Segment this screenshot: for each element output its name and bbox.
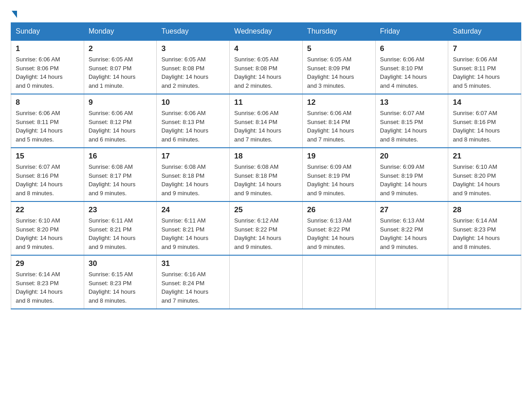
day-cell-2: 2 Sunrise: 6:05 AM Sunset: 8:07 PM Dayli… bbox=[84, 40, 157, 94]
daylight-label: Daylight: 14 hours bbox=[307, 73, 354, 80]
day-of-week-sunday: Sunday bbox=[11, 23, 84, 41]
day-number: 11 bbox=[234, 98, 298, 107]
day-cell-6: 6 Sunrise: 6:06 AM Sunset: 8:10 PM Dayli… bbox=[375, 40, 448, 94]
day-number: 27 bbox=[380, 206, 444, 214]
sunset-label: Sunset: 8:22 PM bbox=[380, 226, 423, 233]
daylight-label: Daylight: 14 hours bbox=[307, 181, 354, 188]
daylight-minutes: and 9 minutes. bbox=[16, 244, 54, 250]
day-of-week-wednesday: Wednesday bbox=[230, 23, 303, 41]
daylight-minutes: and 3 minutes. bbox=[307, 82, 345, 89]
sunset-label: Sunset: 8:09 PM bbox=[307, 65, 350, 72]
daylight-label: Daylight: 14 hours bbox=[161, 235, 208, 241]
daylight-minutes: and 2 minutes. bbox=[234, 82, 272, 89]
sunrise-label: Sunrise: 6:10 AM bbox=[453, 163, 497, 170]
sunrise-label: Sunrise: 6:08 AM bbox=[89, 163, 133, 170]
daylight-minutes: and 2 minutes. bbox=[161, 82, 199, 89]
sunrise-label: Sunrise: 6:13 AM bbox=[307, 217, 352, 224]
daylight-minutes: and 8 minutes. bbox=[453, 244, 491, 250]
day-cell-29: 29 Sunrise: 6:14 AM Sunset: 8:23 PM Dayl… bbox=[11, 255, 84, 309]
daylight-label: Daylight: 14 hours bbox=[16, 73, 63, 80]
sunrise-label: Sunrise: 6:13 AM bbox=[380, 217, 425, 224]
week-row-3: 15 Sunrise: 6:07 AM Sunset: 8:16 PM Dayl… bbox=[11, 148, 521, 201]
day-info: Sunrise: 6:06 AM Sunset: 8:11 PM Dayligh… bbox=[16, 109, 79, 144]
daylight-label: Daylight: 14 hours bbox=[380, 235, 427, 241]
day-info: Sunrise: 6:15 AM Sunset: 8:23 PM Dayligh… bbox=[89, 270, 152, 305]
day-number: 13 bbox=[380, 98, 444, 107]
day-number: 8 bbox=[16, 98, 79, 107]
day-info: Sunrise: 6:14 AM Sunset: 8:23 PM Dayligh… bbox=[16, 270, 79, 305]
day-number: 20 bbox=[380, 152, 444, 161]
sunrise-label: Sunrise: 6:15 AM bbox=[89, 271, 133, 278]
empty-cell bbox=[375, 255, 448, 309]
day-info: Sunrise: 6:10 AM Sunset: 8:20 PM Dayligh… bbox=[16, 216, 79, 251]
daylight-minutes: and 9 minutes. bbox=[380, 244, 418, 250]
daylight-label: Daylight: 14 hours bbox=[161, 288, 208, 295]
empty-cell bbox=[230, 255, 303, 309]
daylight-label: Daylight: 14 hours bbox=[380, 73, 427, 80]
daylight-minutes: and 6 minutes. bbox=[161, 136, 199, 143]
day-info: Sunrise: 6:06 AM Sunset: 8:06 PM Dayligh… bbox=[16, 55, 79, 90]
day-info: Sunrise: 6:13 AM Sunset: 8:22 PM Dayligh… bbox=[380, 216, 444, 251]
sunset-label: Sunset: 8:19 PM bbox=[380, 172, 423, 179]
day-number: 19 bbox=[307, 152, 371, 161]
sunrise-label: Sunrise: 6:12 AM bbox=[234, 217, 279, 224]
daylight-label: Daylight: 14 hours bbox=[453, 73, 500, 80]
sunrise-label: Sunrise: 6:09 AM bbox=[380, 163, 425, 170]
day-of-week-tuesday: Tuesday bbox=[157, 23, 230, 41]
day-cell-28: 28 Sunrise: 6:14 AM Sunset: 8:23 PM Dayl… bbox=[448, 201, 521, 255]
day-cell-25: 25 Sunrise: 6:12 AM Sunset: 8:22 PM Dayl… bbox=[230, 201, 303, 255]
day-number: 5 bbox=[307, 44, 371, 53]
day-number: 23 bbox=[89, 206, 152, 214]
sunset-label: Sunset: 8:08 PM bbox=[234, 65, 277, 72]
day-cell-4: 4 Sunrise: 6:05 AM Sunset: 8:08 PM Dayli… bbox=[230, 40, 303, 94]
sunrise-label: Sunrise: 6:05 AM bbox=[161, 56, 206, 63]
day-info: Sunrise: 6:06 AM Sunset: 8:13 PM Dayligh… bbox=[161, 109, 225, 144]
day-cell-1: 1 Sunrise: 6:06 AM Sunset: 8:06 PM Dayli… bbox=[11, 40, 84, 94]
daylight-minutes: and 9 minutes. bbox=[234, 190, 272, 197]
sunrise-label: Sunrise: 6:14 AM bbox=[16, 271, 60, 278]
week-row-1: 1 Sunrise: 6:06 AM Sunset: 8:06 PM Dayli… bbox=[11, 40, 521, 94]
day-cell-24: 24 Sunrise: 6:11 AM Sunset: 8:21 PM Dayl… bbox=[157, 201, 230, 255]
daylight-minutes: and 9 minutes. bbox=[234, 244, 272, 250]
daylight-label: Daylight: 14 hours bbox=[16, 127, 63, 134]
daylight-minutes: and 8 minutes. bbox=[89, 297, 127, 304]
daylight-label: Daylight: 14 hours bbox=[161, 181, 208, 188]
daylight-minutes: and 1 minute. bbox=[89, 82, 124, 89]
daylight-minutes: and 9 minutes. bbox=[453, 190, 491, 197]
sunset-label: Sunset: 8:20 PM bbox=[453, 172, 496, 179]
daylight-label: Daylight: 14 hours bbox=[89, 127, 136, 134]
daylight-label: Daylight: 14 hours bbox=[453, 181, 500, 188]
day-cell-8: 8 Sunrise: 6:06 AM Sunset: 8:11 PM Dayli… bbox=[11, 94, 84, 148]
sunrise-label: Sunrise: 6:11 AM bbox=[161, 217, 206, 224]
sunset-label: Sunset: 8:13 PM bbox=[161, 119, 204, 125]
logo-arrow-icon bbox=[12, 11, 17, 18]
page-header bbox=[11, 11, 521, 18]
sunrise-label: Sunrise: 6:05 AM bbox=[89, 56, 133, 63]
day-info: Sunrise: 6:16 AM Sunset: 8:24 PM Dayligh… bbox=[161, 270, 225, 305]
day-of-week-saturday: Saturday bbox=[448, 23, 521, 41]
sunrise-label: Sunrise: 6:06 AM bbox=[16, 110, 60, 116]
day-cell-30: 30 Sunrise: 6:15 AM Sunset: 8:23 PM Dayl… bbox=[84, 255, 157, 309]
sunrise-label: Sunrise: 6:05 AM bbox=[307, 56, 352, 63]
day-cell-10: 10 Sunrise: 6:06 AM Sunset: 8:13 PM Dayl… bbox=[157, 94, 230, 148]
day-cell-27: 27 Sunrise: 6:13 AM Sunset: 8:22 PM Dayl… bbox=[375, 201, 448, 255]
sunset-label: Sunset: 8:18 PM bbox=[161, 172, 204, 179]
sunrise-label: Sunrise: 6:16 AM bbox=[161, 271, 206, 278]
day-info: Sunrise: 6:14 AM Sunset: 8:23 PM Dayligh… bbox=[453, 216, 516, 251]
day-info: Sunrise: 6:13 AM Sunset: 8:22 PM Dayligh… bbox=[307, 216, 371, 251]
day-cell-19: 19 Sunrise: 6:09 AM Sunset: 8:19 PM Dayl… bbox=[302, 148, 375, 201]
day-info: Sunrise: 6:07 AM Sunset: 8:16 PM Dayligh… bbox=[16, 163, 79, 197]
day-cell-31: 31 Sunrise: 6:16 AM Sunset: 8:24 PM Dayl… bbox=[157, 255, 230, 309]
day-number: 26 bbox=[307, 206, 371, 214]
day-cell-9: 9 Sunrise: 6:06 AM Sunset: 8:12 PM Dayli… bbox=[84, 94, 157, 148]
day-info: Sunrise: 6:08 AM Sunset: 8:18 PM Dayligh… bbox=[161, 163, 225, 197]
day-info: Sunrise: 6:06 AM Sunset: 8:11 PM Dayligh… bbox=[453, 55, 516, 90]
day-cell-12: 12 Sunrise: 6:06 AM Sunset: 8:14 PM Dayl… bbox=[302, 94, 375, 148]
day-info: Sunrise: 6:07 AM Sunset: 8:16 PM Dayligh… bbox=[453, 109, 516, 144]
day-info: Sunrise: 6:06 AM Sunset: 8:12 PM Dayligh… bbox=[89, 109, 152, 144]
daylight-minutes: and 8 minutes. bbox=[453, 136, 491, 143]
day-number: 17 bbox=[161, 152, 225, 161]
daylight-label: Daylight: 14 hours bbox=[453, 127, 500, 134]
week-row-2: 8 Sunrise: 6:06 AM Sunset: 8:11 PM Dayli… bbox=[11, 94, 521, 148]
days-of-week-row: SundayMondayTuesdayWednesdayThursdayFrid… bbox=[11, 23, 521, 41]
